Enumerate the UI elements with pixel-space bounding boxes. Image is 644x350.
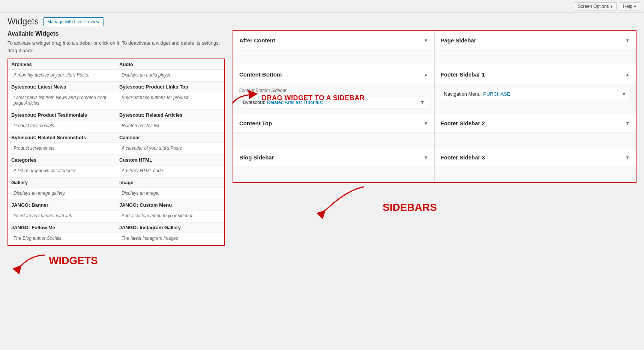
widget-name: JANGO: Instagram Gallery bbox=[116, 222, 224, 233]
widget-item[interactable]: JANGO: BannerInsert an adv banner with l… bbox=[8, 200, 116, 222]
sidebar-toggle-arrow: ▼ bbox=[625, 38, 630, 43]
help-label: Help bbox=[623, 4, 632, 9]
widget-item[interactable]: Bytescout: Product TestimonialsProduct t… bbox=[8, 110, 116, 132]
widget-item[interactable]: JANGO: Instagram GalleryThe latest insta… bbox=[116, 222, 224, 245]
sidebar-toggle-arrow: ▼ bbox=[424, 38, 428, 43]
widget-item[interactable]: Bytescout: Latest NewsLatest news list f… bbox=[8, 82, 116, 110]
sidebars-arrow-icon bbox=[308, 183, 383, 221]
help-button[interactable]: Help ▾ bbox=[619, 2, 640, 11]
widget-desc: Insert an adv banner with link bbox=[14, 213, 72, 218]
widgets-grid-container: ArchivesA monthly archive of your site's… bbox=[8, 59, 225, 246]
page-title: Widgets bbox=[8, 17, 39, 27]
sidebar-section: After Content ▼ bbox=[233, 31, 435, 65]
widget-item[interactable]: JANGO: Follow MeThe Blog author Socials bbox=[8, 222, 116, 245]
widget-desc: Displays an image. bbox=[122, 191, 159, 196]
sidebars-area: DRAG WIDGET TO A SIDEBAR After Content ▼… bbox=[233, 30, 636, 221]
sidebar-title: Content Top bbox=[239, 120, 272, 126]
widget-dropdown-icon: ▼ bbox=[420, 99, 425, 105]
sidebar-header[interactable]: Blog Sidebar ▼ bbox=[233, 148, 434, 167]
sidebar-header[interactable]: Footer Sidebar 3 ▼ bbox=[435, 148, 636, 167]
sidebar-title: Blog Sidebar bbox=[239, 154, 274, 161]
widget-desc: A list or dropdown of categories. bbox=[14, 168, 78, 173]
widget-item[interactable]: CalendarA calendar of your site's Posts. bbox=[116, 132, 224, 155]
drag-label: DRAG WIDGET TO A SIDEBAR bbox=[262, 94, 365, 102]
widget-dropdown-icon: ▼ bbox=[621, 91, 626, 97]
widget-name: JANGO: Custom Menu bbox=[116, 200, 224, 210]
sidebar-body bbox=[435, 167, 636, 182]
widgets-arrow-icon bbox=[8, 248, 53, 274]
sidebar-header[interactable]: Content Bottom ▲ bbox=[233, 65, 434, 84]
widget-name: JANGO: Banner bbox=[8, 200, 116, 210]
sidebar-body bbox=[435, 133, 636, 148]
widget-name: Archives bbox=[8, 59, 116, 70]
sidebar-header[interactable]: Content Top ▼ bbox=[233, 114, 434, 133]
sidebars-annotation-area: SIDEBARS bbox=[233, 183, 636, 221]
sidebar-header[interactable]: Footer Sidebar 1 ▲ bbox=[435, 65, 636, 84]
widget-desc: The latest instagram images bbox=[122, 236, 178, 241]
sidebar-header[interactable]: Footer Sidebar 2 ▼ bbox=[435, 114, 636, 133]
widget-item[interactable]: CategoriesA list or dropdown of categori… bbox=[8, 155, 116, 177]
sidebar-toggle-arrow: ▼ bbox=[625, 155, 630, 160]
screen-options-label: Screen Options bbox=[578, 4, 609, 9]
sidebar-body: Navigation Menu: PURCHASE▼ bbox=[435, 84, 636, 105]
widget-desc: Buy/Purchase buttons for product bbox=[122, 95, 188, 100]
sidebar-title: Footer Sidebar 2 bbox=[441, 120, 485, 126]
sidebar-section: Footer Sidebar 3 ▼ bbox=[435, 148, 636, 182]
widget-desc: The Blog author Socials bbox=[14, 236, 61, 241]
drag-arrow-icon bbox=[229, 89, 259, 107]
sidebar-body bbox=[233, 50, 434, 65]
sidebar-widget-item[interactable]: Navigation Menu: PURCHASE▼ bbox=[440, 88, 631, 100]
widget-item[interactable]: ImageDisplays an image. bbox=[116, 177, 224, 200]
widget-name: Calendar bbox=[116, 132, 224, 143]
available-widgets-description: To activate a widget drag it to a sideba… bbox=[8, 39, 225, 54]
sidebar-title: After Content bbox=[239, 37, 275, 44]
right-panel: DRAG WIDGET TO A SIDEBAR After Content ▼… bbox=[233, 30, 636, 276]
sidebar-body bbox=[233, 133, 434, 148]
sidebar-header[interactable]: After Content ▼ bbox=[233, 31, 434, 50]
widget-name: Categories bbox=[8, 155, 116, 165]
widget-desc: Product screenshots. bbox=[14, 146, 56, 151]
widget-name: Audio bbox=[116, 59, 224, 70]
widget-desc: Latest news list from News and promoted … bbox=[14, 95, 106, 106]
widget-name-text: Navigation Menu: bbox=[444, 91, 482, 97]
widgets-grid: ArchivesA monthly archive of your site's… bbox=[8, 59, 224, 245]
widget-item[interactable]: ArchivesA monthly archive of your site's… bbox=[8, 59, 116, 82]
live-preview-button[interactable]: Manage with Live Preview bbox=[43, 17, 104, 26]
sidebar-title: Page Sidebar bbox=[441, 37, 476, 44]
widget-name: Bytescout: Related Screenshots bbox=[8, 132, 116, 143]
left-panel: Available Widgets To activate a widget d… bbox=[8, 30, 225, 276]
widget-desc: Arbitrary HTML code. bbox=[122, 168, 164, 173]
widget-item[interactable]: JANGO: Custom MenuAdd a custom menu to y… bbox=[116, 200, 224, 222]
chevron-down-icon: ▾ bbox=[634, 4, 636, 9]
widget-name: Image bbox=[116, 177, 224, 188]
widget-item[interactable]: Custom HTMLArbitrary HTML code. bbox=[116, 155, 224, 177]
widget-name: Bytescout: Product Links Top bbox=[116, 82, 224, 92]
widget-desc: Add a custom menu to your sidebar bbox=[122, 213, 192, 218]
top-bar: Screen Options ▾ Help ▾ bbox=[0, 0, 644, 13]
widget-name: JANGO: Follow Me bbox=[8, 222, 116, 233]
sidebar-body bbox=[233, 167, 434, 182]
widget-desc: Related articles list. bbox=[122, 123, 161, 128]
widget-item[interactable]: Bytescout: Related ScreenshotsProduct sc… bbox=[8, 132, 116, 155]
widget-desc: Product testimonials. bbox=[14, 123, 55, 128]
widget-item[interactable]: Bytescout: Related ArticlesRelated artic… bbox=[116, 110, 224, 132]
sidebars-label: SIDEBARS bbox=[383, 201, 437, 213]
widget-name: Bytescout: Latest News bbox=[8, 82, 116, 92]
widget-item[interactable]: Bytescout: Product Links TopBuy/Purchase… bbox=[116, 82, 224, 110]
widgets-annotation-area: WIDGETS bbox=[8, 246, 225, 276]
sidebar-widget-name: Navigation Menu: PURCHASE bbox=[444, 91, 510, 97]
widget-item[interactable]: GalleryDisplays an image gallery. bbox=[8, 177, 116, 200]
widget-item[interactable]: AudioDisplays an audio player. bbox=[116, 59, 224, 82]
widget-name: Bytescout: Related Articles bbox=[116, 110, 224, 120]
chevron-down-icon: ▾ bbox=[610, 4, 612, 9]
screen-options-button[interactable]: Screen Options ▾ bbox=[574, 2, 617, 11]
sidebar-toggle-arrow: ▲ bbox=[424, 72, 428, 77]
available-widgets-title: Available Widgets bbox=[8, 30, 225, 37]
sidebar-section: Footer Sidebar 2 ▼ bbox=[435, 114, 636, 148]
widget-desc: Displays an image gallery. bbox=[14, 191, 66, 196]
sidebar-toggle-arrow: ▲ bbox=[625, 72, 630, 77]
sidebar-header[interactable]: Page Sidebar ▼ bbox=[435, 31, 636, 50]
drag-annotation: DRAG WIDGET TO A SIDEBAR bbox=[229, 89, 365, 107]
sidebar-section: Page Sidebar ▼ bbox=[435, 31, 636, 65]
sidebar-section: Blog Sidebar ▼ bbox=[233, 148, 435, 182]
